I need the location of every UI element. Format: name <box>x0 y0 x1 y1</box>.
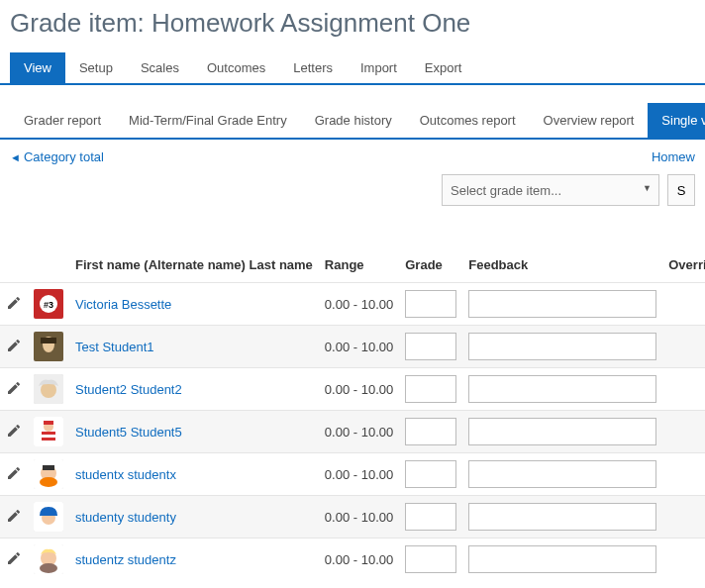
table-row: Test Student10.00 - 10.00 <box>0 326 705 368</box>
edit-icon[interactable] <box>6 465 22 481</box>
feedback-input[interactable] <box>468 333 656 360</box>
avatar[interactable] <box>34 544 63 574</box>
grade-input[interactable] <box>405 290 456 318</box>
tabs-secondary: Grader reportMid-Term/Final Grade EntryG… <box>0 103 705 140</box>
tab-secondary-overview-report[interactable]: Overview report <box>530 103 649 138</box>
nav-next-link[interactable]: Homew <box>652 149 695 164</box>
svg-rect-5 <box>41 338 56 343</box>
tab-primary-import[interactable]: Import <box>347 52 411 83</box>
student-name-link[interactable]: Test Student1 <box>75 340 154 354</box>
edit-icon[interactable] <box>6 423 22 439</box>
grade-input[interactable] <box>405 503 456 531</box>
tab-primary-letters[interactable]: Letters <box>279 52 347 83</box>
range-value: 0.00 - 10.00 <box>325 510 393 525</box>
feedback-input[interactable] <box>468 375 656 403</box>
svg-point-17 <box>40 477 57 487</box>
grade-item-select-wrap: Select grade item... <box>442 174 659 206</box>
grade-input[interactable] <box>405 375 456 403</box>
svg-rect-10 <box>42 432 55 435</box>
feedback-input[interactable] <box>468 503 656 531</box>
tab-secondary-grader-report[interactable]: Grader report <box>10 103 115 138</box>
tab-primary-setup[interactable]: Setup <box>65 52 127 83</box>
svg-rect-16 <box>43 465 54 470</box>
range-value: 0.00 - 10.00 <box>325 297 393 312</box>
svg-text:#3: #3 <box>44 300 53 310</box>
student-name-link[interactable]: studenty studenty <box>75 510 176 525</box>
table-row: studentx studentx0.00 - 10.00 <box>0 453 705 496</box>
nav-row: Category total Homew <box>0 140 705 174</box>
svg-rect-13 <box>44 421 53 425</box>
edit-icon[interactable] <box>6 295 22 311</box>
avatar[interactable]: #3 <box>34 289 63 319</box>
header-grade: Grade <box>399 247 462 283</box>
avatar[interactable] <box>34 417 63 446</box>
table-row: studenty studenty0.00 - 10.00 <box>0 496 705 539</box>
edit-icon[interactable] <box>6 550 22 566</box>
tab-primary-scales[interactable]: Scales <box>127 52 193 83</box>
grade-item-select[interactable]: Select grade item... <box>442 174 659 206</box>
svg-point-22 <box>40 563 57 573</box>
student-name-link[interactable]: Victoria Bessette <box>75 297 171 312</box>
range-value: 0.00 - 10.00 <box>325 382 393 397</box>
select-user-button[interactable]: S <box>667 174 695 206</box>
page-title: Grade item: Homework Assignment One <box>0 0 705 52</box>
select-row: Select grade item... S <box>0 174 705 218</box>
grades-table: First name (Alternate name) Last name Ra… <box>0 247 705 580</box>
range-value: 0.00 - 10.00 <box>325 467 393 482</box>
range-value: 0.00 - 10.00 <box>325 552 393 567</box>
grade-input[interactable] <box>405 418 456 445</box>
edit-icon[interactable] <box>6 380 22 396</box>
tab-secondary-single-view[interactable]: Single view <box>648 103 705 138</box>
student-name-link[interactable]: studentx studentx <box>75 467 176 482</box>
header-override: Override All / Non <box>662 247 705 283</box>
table-row: Student2 Student20.00 - 10.00 <box>0 368 705 411</box>
avatar[interactable] <box>34 374 63 404</box>
avatar[interactable] <box>34 332 63 361</box>
tab-primary-export[interactable]: Export <box>411 52 476 83</box>
student-name-link[interactable]: studentz studentz <box>75 552 176 567</box>
grade-input[interactable] <box>405 545 456 573</box>
table-row: studentz studentz0.00 - 10.00 <box>0 539 705 581</box>
nav-prev-link[interactable]: Category total <box>10 149 104 164</box>
feedback-input[interactable] <box>468 545 656 573</box>
student-name-link[interactable]: Student5 Student5 <box>75 425 182 440</box>
svg-rect-11 <box>42 435 55 438</box>
feedback-input[interactable] <box>468 418 656 445</box>
avatar[interactable] <box>34 502 63 532</box>
header-range: Range <box>319 247 399 283</box>
table-row: #3Victoria Bessette0.00 - 10.00 <box>0 283 705 326</box>
avatar[interactable] <box>34 459 63 489</box>
tab-secondary-grade-history[interactable]: Grade history <box>301 103 406 138</box>
feedback-input[interactable] <box>468 460 656 488</box>
tabs-primary: ViewSetupScalesOutcomesLettersImportExpo… <box>0 52 705 85</box>
grade-input[interactable] <box>405 460 456 488</box>
tab-secondary-mid-term-final-grade-entry[interactable]: Mid-Term/Final Grade Entry <box>115 103 301 138</box>
edit-icon[interactable] <box>6 338 22 353</box>
edit-icon[interactable] <box>6 508 22 524</box>
grade-input[interactable] <box>405 333 456 360</box>
header-feedback: Feedback <box>462 247 662 283</box>
svg-rect-12 <box>42 438 55 441</box>
tab-secondary-outcomes-report[interactable]: Outcomes report <box>406 103 530 138</box>
range-value: 0.00 - 10.00 <box>325 425 393 440</box>
tab-primary-view[interactable]: View <box>10 52 65 83</box>
table-row: Student5 Student50.00 - 10.00 <box>0 411 705 453</box>
header-name: First name (Alternate name) Last name <box>69 247 319 283</box>
grades-table-body: #3Victoria Bessette0.00 - 10.00Test Stud… <box>0 283 705 581</box>
tab-primary-outcomes[interactable]: Outcomes <box>193 52 279 83</box>
student-name-link[interactable]: Student2 Student2 <box>75 382 182 397</box>
feedback-input[interactable] <box>468 290 656 318</box>
range-value: 0.00 - 10.00 <box>325 340 393 354</box>
